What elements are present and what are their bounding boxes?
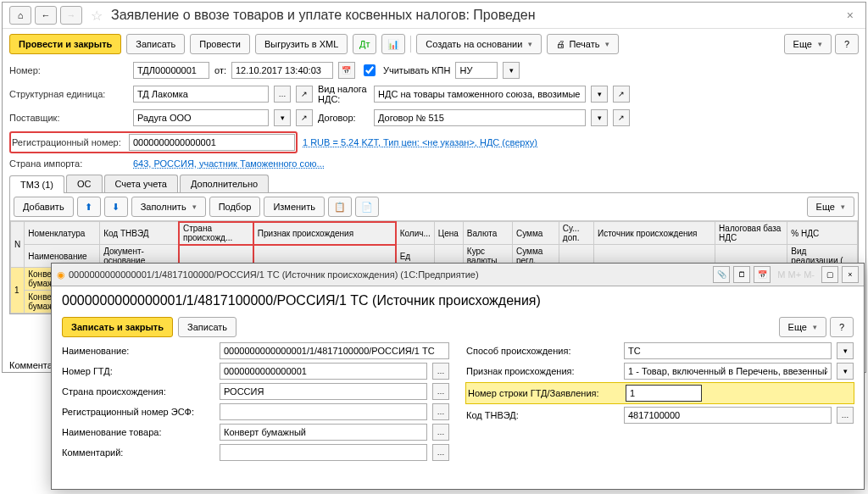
col-price[interactable]: Цена [434, 222, 463, 245]
p-comment-input[interactable] [220, 444, 427, 461]
col-country[interactable]: Страна происхожд... [179, 222, 253, 245]
kpn-checkbox[interactable] [364, 64, 376, 76]
dialog-heading: 0000000000000001/1/4817100000/РОССИЯ/1 Т… [52, 286, 864, 315]
dialog-help-button[interactable]: ? [830, 317, 854, 337]
contract-label: Договор: [318, 113, 369, 123]
date-label: от: [214, 65, 226, 75]
close-button[interactable]: × [842, 7, 859, 24]
post-button[interactable]: Провести [190, 34, 250, 54]
unit-dots[interactable]: … [274, 86, 291, 103]
forward-button[interactable]: → [60, 6, 82, 25]
kpn-dropdown[interactable]: ▾ [503, 62, 520, 79]
number-input[interactable] [133, 62, 209, 79]
col-qty[interactable]: Колич... [396, 222, 434, 245]
p-gtd-dots[interactable]: … [432, 363, 449, 380]
vat-open[interactable]: ↗ [613, 86, 630, 103]
p-gtdline-input[interactable] [626, 385, 702, 402]
contract-dropdown[interactable]: ▾ [591, 109, 608, 126]
unit-label: Структурная единица: [9, 89, 128, 99]
unit-open[interactable]: ↗ [296, 86, 313, 103]
p-country-dots[interactable]: … [432, 383, 449, 400]
p-goods-dots[interactable]: … [432, 424, 449, 441]
regnum-input[interactable] [129, 134, 295, 151]
kpn-input[interactable] [455, 62, 498, 79]
dialog-save-button[interactable]: Записать [178, 317, 236, 337]
col-curr[interactable]: Валюта [463, 222, 512, 245]
dialog-close-button[interactable]: × [842, 266, 859, 283]
col-nomen[interactable]: Номенклатура [25, 222, 100, 245]
copy-button[interactable]: 📋 [328, 197, 352, 217]
p-feature-input[interactable] [624, 363, 832, 380]
dialog-min-button[interactable]: ▢ [821, 266, 838, 283]
contract-input[interactable] [374, 109, 586, 126]
import-country-link[interactable]: 643, РОССИЯ, участник Таможенного сою... [133, 158, 325, 169]
date-input[interactable] [231, 62, 333, 79]
create-based-on-button[interactable]: Создать на основании [416, 34, 542, 54]
p-tnved-input[interactable] [624, 407, 832, 424]
p-tnved-dots[interactable]: … [837, 407, 854, 424]
p-country-input[interactable] [220, 383, 427, 400]
col-taxbase[interactable]: Налоговая база НДС [715, 222, 787, 245]
p-feature-dd[interactable]: ▾ [837, 363, 854, 380]
select-button[interactable]: Подбор [209, 197, 261, 217]
p-method-dd[interactable]: ▾ [837, 342, 854, 359]
regnum-label: Регистрационный номер: [12, 137, 125, 147]
grid-more-button[interactable]: Еще [807, 197, 854, 217]
tab-tmz[interactable]: ТМЗ (1) [9, 175, 64, 193]
p-esf-dots[interactable]: … [432, 403, 449, 420]
col-feature[interactable]: Признак происхождения [253, 222, 396, 245]
export-xml-button[interactable]: Выгрузить в XML [255, 34, 348, 54]
vat-dropdown[interactable]: ▾ [591, 86, 608, 103]
print-button[interactable]: 🖨 Печать [547, 34, 619, 54]
supplier-dropdown[interactable]: ▾ [274, 109, 291, 126]
tab-os[interactable]: ОС [66, 175, 103, 192]
calendar-icon[interactable]: 📅 [338, 62, 355, 79]
p-goods-input[interactable] [220, 424, 427, 441]
p-name-input[interactable] [220, 342, 449, 359]
edit-button[interactable]: Изменить [264, 197, 325, 217]
p-comment-dots[interactable]: … [432, 444, 449, 461]
unit-input[interactable] [133, 86, 269, 103]
fav-icon[interactable]: 📎 [713, 266, 730, 283]
p-gtd-input[interactable] [220, 363, 427, 380]
add-row-button[interactable]: Добавить [14, 197, 74, 217]
cal-icon[interactable]: 📅 [754, 266, 771, 283]
window-title: Заявление о ввозе товаров и уплате косве… [111, 8, 838, 23]
supplier-label: Поставщик: [9, 113, 128, 123]
col-tnved[interactable]: Код ТНВЭД [100, 222, 180, 245]
dialog-save-close-button[interactable]: Записать и закрыть [62, 317, 173, 337]
dt-icon-button[interactable]: Дт [353, 34, 376, 54]
m-buttons[interactable]: M M+ M- [774, 269, 818, 280]
col-vatpct[interactable]: % НДС [787, 222, 858, 245]
calc-icon[interactable]: 🗒 [733, 266, 750, 283]
row-down-button[interactable]: ⬇ [104, 197, 128, 217]
dialog-more-button[interactable]: Еще [779, 317, 826, 337]
home-button[interactable]: ⌂ [9, 6, 31, 25]
col-origin[interactable]: Источник происхождения [593, 222, 715, 245]
vat-input[interactable] [374, 86, 586, 103]
favorite-star-icon[interactable]: ☆ [91, 8, 103, 24]
row-up-button[interactable]: ⬆ [77, 197, 101, 217]
paste-button[interactable]: 📄 [355, 197, 379, 217]
more-button[interactable]: Еще [784, 34, 832, 54]
col-sud[interactable]: Су... доп. [559, 222, 593, 245]
vat-label: Вид налога НДС: [318, 84, 369, 104]
supplier-input[interactable] [133, 109, 269, 126]
col-sum[interactable]: Сумма [512, 222, 559, 245]
tab-additional[interactable]: Дополнительно [180, 175, 269, 192]
report-icon-button[interactable]: 📊 [381, 34, 405, 54]
help-button[interactable]: ? [835, 34, 859, 54]
p-method-input[interactable] [624, 342, 832, 359]
save-button[interactable]: Записать [126, 34, 185, 54]
post-and-close-button[interactable]: Провести и закрыть [9, 34, 121, 54]
tab-accounts[interactable]: Счета учета [104, 175, 178, 192]
contract-open[interactable]: ↗ [613, 109, 630, 126]
supplier-open[interactable]: ↗ [296, 109, 313, 126]
number-label: Номер: [9, 65, 128, 75]
rate-link[interactable]: 1 RUB = 5,24 KZT, Тип цен: <не указан>, … [303, 137, 537, 147]
dialog-titlebar: ◉ 0000000000000001/1/4817100000/РОССИЯ/1… [52, 264, 864, 286]
back-button[interactable]: ← [35, 6, 57, 25]
p-esf-input[interactable] [220, 403, 427, 420]
fill-button[interactable]: Заполнить [131, 197, 206, 217]
col-n[interactable]: N [11, 222, 25, 268]
